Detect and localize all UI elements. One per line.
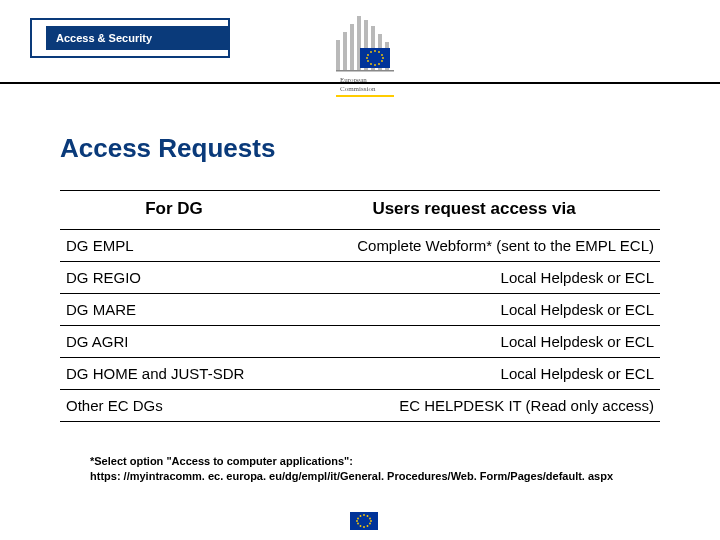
section-tab-label: Access & Security [46, 26, 228, 50]
table-header-row: For DG Users request access via [60, 191, 660, 230]
access-table: For DG Users request access via DG EMPL … [60, 190, 660, 422]
svg-point-35 [356, 520, 358, 522]
table-row: DG MARE Local Helpdesk or ECL [60, 294, 660, 326]
cell-dg: DG HOME and JUST-SDR [60, 358, 288, 390]
table-row: Other EC DGs EC HELPDESK IT (Read only a… [60, 390, 660, 422]
page-title: Access Requests [60, 133, 660, 164]
svg-point-31 [367, 525, 369, 527]
svg-point-9 [374, 50, 376, 52]
svg-point-15 [374, 64, 376, 66]
col-header-dg: For DG [60, 191, 288, 230]
cell-via: EC HELPDESK IT (Read only access) [288, 390, 660, 422]
cell-via: Local Helpdesk or ECL [288, 262, 660, 294]
svg-point-18 [366, 57, 368, 59]
svg-point-36 [357, 518, 359, 520]
ec-logo-icon: European Commission [330, 6, 400, 101]
cell-dg: Other EC DGs [60, 390, 288, 422]
footnote: *Select option "Access to computer appli… [60, 454, 660, 484]
header: Access & Security [0, 0, 720, 105]
svg-point-29 [370, 520, 372, 522]
svg-point-17 [367, 60, 369, 62]
eu-flag-icon [350, 512, 378, 530]
footnote-line2: https: //myintracomm. ec. europa. eu/dg/… [90, 469, 630, 484]
table-row: DG AGRI Local Helpdesk or ECL [60, 326, 660, 358]
svg-point-13 [381, 60, 383, 62]
cell-via: Local Helpdesk or ECL [288, 294, 660, 326]
footnote-line1: *Select option "Access to computer appli… [90, 454, 630, 469]
cell-dg: DG AGRI [60, 326, 288, 358]
svg-point-33 [360, 525, 362, 527]
svg-point-16 [370, 63, 372, 65]
svg-point-26 [363, 514, 365, 516]
svg-point-20 [370, 51, 372, 53]
svg-rect-0 [336, 40, 340, 70]
table-row: DG HOME and JUST-SDR Local Helpdesk or E… [60, 358, 660, 390]
table-row: DG EMPL Complete Webform* (sent to the E… [60, 230, 660, 262]
svg-text:Commission: Commission [340, 85, 376, 93]
cell-via: Local Helpdesk or ECL [288, 326, 660, 358]
svg-rect-21 [336, 70, 394, 72]
svg-point-12 [382, 57, 384, 59]
svg-point-34 [357, 523, 359, 525]
table-row: DG REGIO Local Helpdesk or ECL [60, 262, 660, 294]
svg-point-14 [378, 63, 380, 65]
svg-rect-2 [350, 24, 354, 70]
svg-rect-1 [343, 32, 347, 70]
cell-dg: DG MARE [60, 294, 288, 326]
cell-via: Local Helpdesk or ECL [288, 358, 660, 390]
svg-point-37 [360, 515, 362, 517]
section-tab: Access & Security [30, 18, 230, 58]
header-divider [0, 82, 720, 84]
cell-dg: DG REGIO [60, 262, 288, 294]
cell-via: Complete Webform* (sent to the EMPL ECL) [288, 230, 660, 262]
svg-rect-24 [336, 95, 394, 97]
svg-point-30 [369, 523, 371, 525]
svg-point-10 [378, 51, 380, 53]
svg-point-19 [367, 54, 369, 56]
svg-point-27 [367, 515, 369, 517]
svg-point-32 [363, 526, 365, 528]
svg-point-11 [381, 54, 383, 56]
col-header-via: Users request access via [288, 191, 660, 230]
content: Access Requests For DG Users request acc… [0, 105, 720, 484]
cell-dg: DG EMPL [60, 230, 288, 262]
svg-point-28 [369, 518, 371, 520]
